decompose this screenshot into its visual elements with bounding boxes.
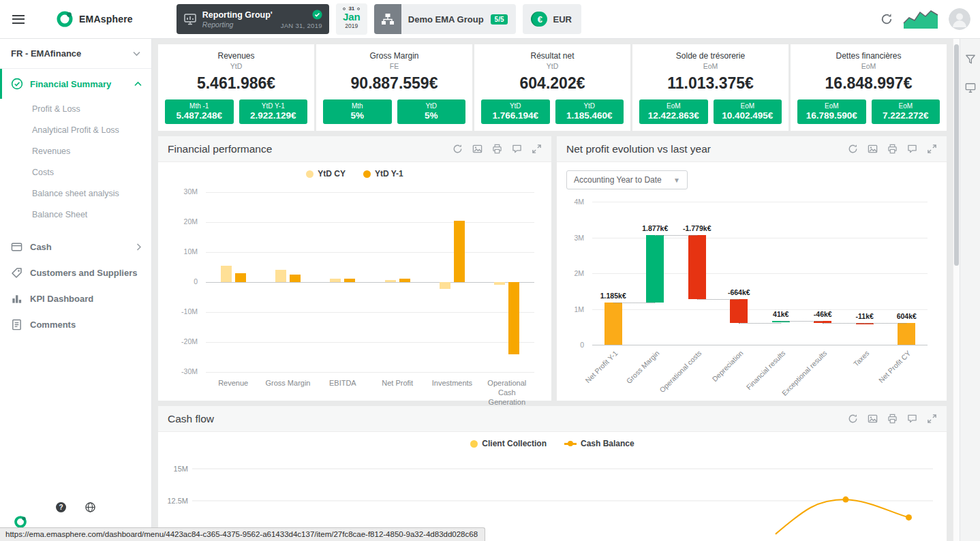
legend-item[interactable]: Client Collection [470,439,547,448]
filter-icon[interactable] [965,54,976,65]
y-axis-label: 4M [553,198,584,206]
comment-icon[interactable] [907,414,917,424]
kpi-badge: YtD1.766.194€ [481,99,550,124]
bar-value-label: 1.185k€ [599,292,628,300]
kpi-card: Dettes financièresEoM16.848.997€EoM16.78… [791,44,947,131]
cash-flow-panel: Cash flow Client CollectionCash Balance … [158,406,947,541]
reporting-group-selector[interactable]: Reporting Group' Reporting JAN 31, 2019 [177,4,329,34]
currency-selector[interactable]: € EUR [523,4,581,34]
waterfall-bar [730,299,748,323]
sidebar-item-cash[interactable]: Cash [0,234,151,260]
kpi-badge-value: 16.789.590€ [797,110,866,121]
workspace-selector[interactable]: FR - EMAfinance [0,39,151,69]
kpi-period: FE [323,62,465,70]
sidebar-item-financial-summary[interactable]: Financial Summary [0,69,151,99]
scrollbar-thumb[interactable] [954,44,959,266]
sidebar-item-label: Comments [30,320,76,330]
document-icon [11,319,22,330]
sidebar-subitem[interactable]: Profit & Loss [0,99,151,120]
display-icon[interactable] [965,82,976,93]
kpi-period: EoM [639,62,782,70]
sidebar-subitem[interactable]: Balance Sheet [0,204,151,226]
export-image-icon[interactable] [472,144,483,154]
kpi-title: Gross Margin [323,51,465,61]
workspace-name: FR - EMAfinance [11,48,81,59]
bar-value-label: 41k€ [771,310,790,318]
refresh-icon[interactable] [453,144,463,154]
refresh-icon[interactable] [881,13,893,25]
kpi-badge-label: EoM [714,102,782,110]
refresh-icon[interactable] [848,144,858,154]
tag-icon [11,267,22,279]
x-axis-label: EBITDA [316,379,370,407]
kpi-value: 604.202€ [481,74,624,93]
expand-icon[interactable] [927,414,937,424]
kpi-value: 90.887.559€ [323,74,465,93]
org-chart-icon [374,4,401,34]
sparkline-thumbnail[interactable] [902,5,939,33]
emasphere-logo-icon [56,10,74,28]
sidebar-items: CashCustomers and SuppliersKPI Dashboard… [0,234,151,337]
kpi-badge-value: 12.422.863€ [639,110,708,121]
print-icon[interactable] [887,414,898,424]
sidebar-subitem[interactable]: Revenues [0,141,151,162]
help-icon[interactable]: ? [56,502,66,512]
y-axis-label: -10M [166,307,198,315]
date-picker[interactable]: 31 Jan 2019 [336,3,367,35]
kpi-value: 16.848.997€ [797,74,940,93]
legend-item[interactable]: Cash Balance [564,439,634,448]
print-icon[interactable] [492,144,502,154]
kpi-badge-value: 5% [397,110,466,121]
legend-item[interactable]: YtD Y-1 [363,169,403,179]
kpi-badge: YtD Y-12.922.129€ [239,99,308,124]
bar-value-label: -11k€ [855,312,875,320]
y-axis-label: 20M [166,217,198,226]
kpi-badge-label: Mth [323,102,392,110]
bar-value-label: -1.779k€ [682,224,712,232]
comment-icon[interactable] [512,144,522,154]
sidebar-item-comments[interactable]: Comments [0,311,151,337]
bar-value-label: 1.877k€ [641,224,669,232]
topbar: EMAsphere Reporting Group' Reporting JAN… [0,0,980,39]
bar [508,282,519,354]
circle-check-icon [11,78,23,90]
svg-text:12.5M: 12.5M [167,497,188,505]
kpi-badge: YtD1.185.460€ [555,99,624,124]
vertical-scrollbar[interactable] [953,39,960,541]
refresh-icon[interactable] [848,414,858,424]
sidebar-subitem[interactable]: Analytical Profit & Loss [0,120,151,141]
legend-item[interactable]: YtD CY [306,169,346,179]
sidebar-item-kpi-dashboard[interactable]: KPI Dashboard [0,285,151,311]
group-count-badge: 5/5 [491,14,508,25]
language-globe-icon[interactable] [85,502,95,515]
reporting-group-title: Reporting Group' [202,10,273,20]
kpi-badge: YtD5% [397,99,466,124]
bar [290,275,301,282]
export-image-icon[interactable] [868,144,878,154]
sidebar-subitem[interactable]: Costs [0,162,151,183]
brand-name: EMAsphere [79,14,133,25]
brand-logo[interactable]: EMAsphere [56,10,133,28]
kpi-period: YtD [165,62,307,70]
expand-icon[interactable] [927,144,937,154]
sidebar-subitem[interactable]: Balance sheet analysis [0,183,151,204]
kpi-badge-label: YtD [397,102,466,110]
x-axis-label: Gross Margin [260,379,315,407]
menu-icon[interactable] [12,12,25,26]
avatar[interactable] [949,8,970,30]
kpi-badge-label: YtD [555,102,624,110]
kpi-badge-label: EoM [797,102,866,110]
comment-icon[interactable] [907,144,917,154]
expand-icon[interactable] [532,144,542,154]
sidebar-item-customers-and-suppliers[interactable]: Customers and Suppliers [0,260,151,285]
period-dropdown[interactable]: Accounting Year to Date ▼ [566,170,688,189]
group-selector[interactable]: Demo EMA Group 5/5 [374,4,517,34]
kpi-badge-value: 1.185.460€ [555,110,624,121]
period-dropdown-value: Accounting Year to Date [574,175,662,185]
bar [330,279,341,282]
export-image-icon[interactable] [868,414,878,424]
print-icon[interactable] [887,144,898,154]
y-axis-label: -20M [166,337,198,345]
kpi-title: Revenues [165,51,307,61]
right-toolbar [960,39,980,541]
